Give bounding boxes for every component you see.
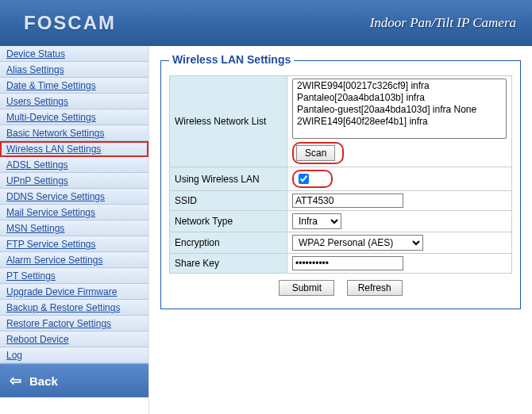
header: FOSCAM Indoor Pan/Tilt IP Camera	[0, 0, 532, 46]
network-list-item[interactable]: Pantaleo[20aa4bda103b] infra	[295, 92, 503, 104]
back-label: Back	[29, 374, 58, 388]
sidebar-item-upgrade-device-firmware[interactable]: Upgrade Device Firmware	[0, 284, 148, 300]
sidebar-item-users-settings[interactable]: Users Settings	[0, 94, 148, 109]
sidebar-item-backup-restore-settings[interactable]: Backup & Restore Settings	[0, 300, 148, 316]
header-title: Indoor Pan/Tilt IP Camera	[370, 15, 516, 31]
panel-title: Wireless LAN Settings	[169, 53, 294, 66]
sidebar-item-date-time-settings[interactable]: Date & Time Settings	[0, 78, 148, 94]
back-button[interactable]: ⇦ Back	[0, 363, 148, 397]
scan-button[interactable]: Scan	[296, 145, 335, 161]
ssid-input[interactable]	[292, 194, 403, 208]
sidebar-item-mail-service-settings[interactable]: Mail Service Settings	[0, 205, 148, 220]
back-arrow-icon: ⇦	[10, 372, 21, 389]
network-list-item[interactable]: Pantaleo-guest[20aa4bda103d] infra None	[295, 104, 503, 116]
label-ssid: SSID	[170, 191, 287, 211]
sidebar-item-reboot-device[interactable]: Reboot Device	[0, 332, 148, 347]
sidebar-item-basic-network-settings[interactable]: Basic Network Settings	[0, 125, 148, 141]
label-share-key: Share Key	[170, 254, 287, 274]
share-key-input[interactable]	[292, 256, 403, 270]
sidebar-item-device-status[interactable]: Device Status	[0, 46, 148, 62]
submit-button[interactable]: Submit	[279, 280, 334, 296]
label-using-wlan: Using Wireless LAN	[170, 167, 287, 191]
sidebar-item-multi-device-settings[interactable]: Multi-Device Settings	[0, 109, 148, 125]
sidebar-item-ddns-service-settings[interactable]: DDNS Service Settings	[0, 189, 148, 205]
sidebar-item-upnp-settings[interactable]: UPnP Settings	[0, 173, 148, 189]
label-encryption: Encryption	[170, 232, 287, 254]
brand-logo: FOSCAM	[24, 12, 116, 34]
encryption-select[interactable]: WPA2 Personal (AES)	[292, 235, 423, 251]
label-network-type: Network Type	[170, 211, 287, 232]
network-type-select[interactable]: Infra	[292, 213, 341, 229]
scan-highlight: Scan	[292, 142, 344, 164]
using-wlan-highlight	[292, 170, 333, 188]
sidebar-item-adsl-settings[interactable]: ADSL Settings	[0, 157, 148, 173]
network-list-item[interactable]: 2WIRE149[640f28eef4b1] infra	[295, 116, 503, 128]
using-wlan-checkbox[interactable]	[299, 174, 309, 184]
network-list-item[interactable]: 2WIRE994[00217c326cf9] infra	[295, 80, 503, 92]
sidebar-item-restore-factory-settings[interactable]: Restore Factory Settings	[0, 316, 148, 332]
sidebar-item-alias-settings[interactable]: Alias Settings	[0, 62, 148, 78]
sidebar-item-pt-settings[interactable]: PT Settings	[0, 268, 148, 284]
sidebar-item-msn-settings[interactable]: MSN Settings	[0, 220, 148, 236]
sidebar-item-alarm-service-settings[interactable]: Alarm Service Settings	[0, 252, 148, 268]
refresh-button[interactable]: Refresh	[347, 280, 403, 296]
label-network-list: Wireless Network List	[170, 76, 287, 167]
sidebar-item-wireless-lan-settings[interactable]: Wireless LAN Settings	[0, 141, 148, 157]
sidebar-item-ftp-service-settings[interactable]: FTP Service Settings	[0, 236, 148, 252]
sidebar-item-log[interactable]: Log	[0, 347, 148, 363]
wireless-network-list[interactable]: 2WIRE994[00217c326cf9] infraPantaleo[20a…	[292, 79, 507, 139]
settings-fieldset: Wireless LAN Settings Wireless Network L…	[160, 60, 521, 309]
sidebar: Device StatusAlias SettingsDate & Time S…	[0, 46, 149, 414]
